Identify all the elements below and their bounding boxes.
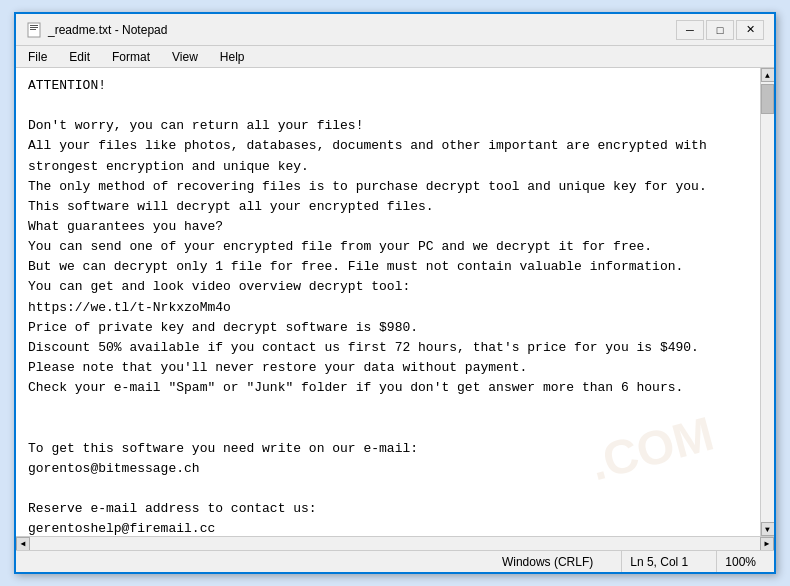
maximize-button[interactable]: □ [706, 20, 734, 40]
menu-view[interactable]: View [168, 49, 202, 65]
status-bar: Windows (CRLF) Ln 5, Col 1 100% [16, 550, 774, 572]
svg-rect-2 [30, 27, 38, 28]
menu-help[interactable]: Help [216, 49, 249, 65]
scroll-left-arrow[interactable]: ◀ [16, 537, 30, 551]
notepad-window: _readme.txt - Notepad ─ □ ✕ File Edit Fo… [14, 12, 776, 574]
svg-rect-3 [30, 29, 36, 30]
text-content[interactable]: ATTENTION! Don't worry, you can return a… [16, 68, 760, 536]
vertical-scrollbar[interactable]: ▲ ▼ [760, 68, 774, 536]
minimize-button[interactable]: ─ [676, 20, 704, 40]
scroll-right-arrow[interactable]: ▶ [760, 537, 774, 551]
title-bar-left: _readme.txt - Notepad [26, 22, 167, 38]
position-status: Ln 5, Col 1 [621, 551, 696, 572]
scroll-down-arrow[interactable]: ▼ [761, 522, 775, 536]
h-scroll-track[interactable] [30, 537, 760, 550]
window-controls: ─ □ ✕ [676, 20, 764, 40]
svg-rect-1 [30, 25, 38, 26]
encoding-status: Windows (CRLF) [494, 551, 601, 572]
horizontal-scrollbar[interactable]: ◀ ▶ [16, 536, 774, 550]
title-bar: _readme.txt - Notepad ─ □ ✕ [16, 14, 774, 46]
menu-format[interactable]: Format [108, 49, 154, 65]
scroll-thumb[interactable] [761, 84, 774, 114]
menu-bar: File Edit Format View Help [16, 46, 774, 68]
editor-area: ATTENTION! Don't worry, you can return a… [16, 68, 774, 536]
zoom-status: 100% [716, 551, 764, 572]
scroll-track[interactable] [761, 82, 774, 522]
menu-edit[interactable]: Edit [65, 49, 94, 65]
window-title: _readme.txt - Notepad [48, 23, 167, 37]
scroll-up-arrow[interactable]: ▲ [761, 68, 775, 82]
close-button[interactable]: ✕ [736, 20, 764, 40]
menu-file[interactable]: File [24, 49, 51, 65]
notepad-icon [26, 22, 42, 38]
